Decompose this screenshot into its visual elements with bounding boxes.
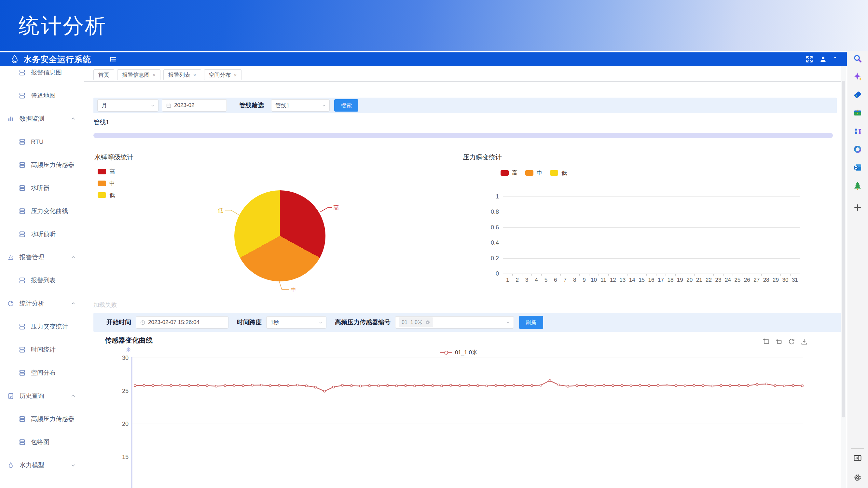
- x-tick-label: 24: [723, 277, 733, 283]
- legend-item[interactable]: 高: [501, 169, 518, 177]
- x-tick-label: 2: [512, 277, 522, 283]
- microsoft-365-icon[interactable]: [853, 144, 863, 154]
- sidebar-item[interactable]: 时间统计: [0, 338, 84, 361]
- sidebar-item[interactable]: 数据监测: [0, 107, 84, 130]
- tab-close-icon[interactable]: ×: [193, 72, 196, 78]
- legend-swatch: [501, 170, 509, 176]
- start-time-input[interactable]: 2023-02-07 15:26:04: [136, 316, 228, 329]
- start-time-label: 开始时间: [106, 318, 131, 327]
- tab-close-icon[interactable]: ×: [153, 72, 156, 78]
- sidebar-item-label: 高频压力传感器: [31, 161, 74, 169]
- sidebar-item[interactable]: 报警管理: [0, 246, 84, 269]
- menu-card-icon: [19, 138, 26, 145]
- svg-text:20: 20: [122, 421, 129, 427]
- sidebar-item[interactable]: 水听器: [0, 176, 84, 199]
- download-icon[interactable]: [800, 338, 808, 346]
- sidebar-item[interactable]: 水听侦听: [0, 223, 84, 246]
- sidebar-item[interactable]: 高频压力传感器: [0, 153, 84, 176]
- chevron-down-icon: [70, 462, 76, 468]
- sidebar-item[interactable]: 水力模型: [0, 454, 84, 477]
- sensor-line-chart[interactable]: 3025201510: [111, 355, 807, 488]
- sensor-tag-label: 01_1 0米: [402, 319, 423, 326]
- sidebar-item[interactable]: 高频压力传感器: [0, 407, 84, 430]
- sensor-filter-bar: 开始时间 2023-02-07 15:26:04 时间跨度 1秒 高频压力传感器…: [93, 313, 846, 332]
- chevron-down-icon: [321, 103, 327, 108]
- legend-swatch: [550, 170, 558, 176]
- search-icon[interactable]: [853, 54, 863, 63]
- sidebar-item[interactable]: 统计分析: [0, 292, 84, 315]
- sidebar-item[interactable]: 报警信息图: [0, 66, 84, 84]
- sidebar-item-label: 历史查询: [20, 392, 44, 400]
- tab-close-icon[interactable]: ×: [234, 72, 237, 78]
- sidebar-item-label: 报警列表: [31, 276, 56, 285]
- shopping-tag-icon[interactable]: [853, 90, 863, 100]
- legend-item[interactable]: 中: [98, 180, 115, 187]
- add-plus-icon[interactable]: [853, 203, 863, 213]
- zoom-restore-icon[interactable]: [775, 338, 783, 346]
- collapse-panel-icon[interactable]: [853, 453, 863, 463]
- x-tick-label: 31: [790, 277, 800, 283]
- area-zoom-icon[interactable]: [762, 338, 770, 346]
- legend-label: 低: [561, 169, 567, 177]
- sensor-id-multiselect[interactable]: 01_1 0米: [395, 316, 514, 329]
- search-button[interactable]: 搜索: [334, 99, 358, 111]
- page-tab[interactable]: 首页: [93, 69, 114, 80]
- page-tab[interactable]: 空间分布 ×: [204, 69, 242, 80]
- x-tick-label: 10: [589, 277, 598, 283]
- settings-gear-icon[interactable]: [853, 473, 863, 483]
- page-tab[interactable]: 报警列表 ×: [163, 69, 201, 80]
- sidebar-item[interactable]: 报警列表: [0, 269, 84, 292]
- user-menu-caret-icon[interactable]: [833, 55, 838, 63]
- games-icon[interactable]: [853, 126, 863, 136]
- refresh-button[interactable]: 刷新: [519, 316, 543, 329]
- period-select[interactable]: 月: [97, 99, 158, 111]
- legend-item[interactable]: 中: [525, 169, 542, 177]
- scrollbar-thumb[interactable]: [842, 81, 845, 417]
- water-hammer-pie-chart[interactable]: [234, 190, 326, 282]
- sidebar-item[interactable]: 空间分布: [0, 361, 84, 384]
- svg-text:低: 低: [218, 207, 223, 214]
- sidebar-item[interactable]: RTU: [0, 130, 84, 153]
- chart-toolbar: [762, 338, 808, 346]
- sidebar-item[interactable]: 压力突变统计: [0, 315, 84, 338]
- menu-collapse-icon[interactable]: [109, 55, 117, 63]
- y-tick-label: 0.6: [479, 224, 499, 231]
- pipeline-select[interactable]: 管线1: [271, 99, 330, 111]
- chart-gridlines: [132, 358, 803, 457]
- outlook-icon[interactable]: [853, 163, 863, 172]
- legend-item[interactable]: 高: [98, 168, 115, 175]
- time-span-select[interactable]: 1秒: [266, 316, 327, 329]
- transient-chart-grid[interactable]: 1 0.8 0.6 0.4 0.2 0: [503, 196, 800, 273]
- page-tab[interactable]: 报警信息图 ×: [117, 69, 160, 80]
- menu-card-icon: [19, 369, 26, 377]
- sidebar-item[interactable]: 历史查询: [0, 384, 84, 407]
- sidebar-item-label: 高频压力传感器: [31, 415, 74, 423]
- legend-item[interactable]: 低: [98, 191, 115, 199]
- gridline: [503, 227, 800, 228]
- toolbox-icon[interactable]: [853, 108, 863, 118]
- tag-remove-icon[interactable]: [425, 320, 430, 325]
- copilot-sparkle-icon[interactable]: [853, 72, 863, 82]
- sidebar-item[interactable]: 管道地图: [0, 84, 84, 107]
- y-tick-label: 0.4: [479, 239, 499, 246]
- legend-label: 中: [110, 180, 115, 187]
- x-tick-label: 22: [704, 277, 713, 283]
- y-axis-unit: 米: [126, 347, 131, 353]
- main-content: 首页 报警信息图 × 报警列表 × 空间分布 × 月: [84, 66, 841, 488]
- sidebar-item-label: 包络图: [31, 438, 50, 446]
- user-avatar-icon[interactable]: [819, 55, 827, 63]
- fullscreen-icon[interactable]: [805, 55, 814, 63]
- legend-item[interactable]: 低: [550, 169, 567, 177]
- transient-chart-title: 压力瞬变统计: [463, 153, 502, 162]
- tab-label: 报警列表: [168, 71, 190, 79]
- month-picker-input[interactable]: 2023-02: [162, 99, 227, 111]
- msn-tree-icon[interactable]: [853, 181, 863, 191]
- y-tick-label: 0.2: [479, 255, 499, 262]
- sidebar-item[interactable]: 压力变化曲线: [0, 199, 84, 223]
- data-point-markers: [134, 380, 803, 392]
- x-tick-label: 4: [531, 277, 541, 283]
- x-tick-label: 30: [780, 277, 790, 283]
- sidebar-item[interactable]: 包络图: [0, 430, 84, 454]
- restore-icon[interactable]: [787, 338, 796, 346]
- x-tick-label: 19: [675, 277, 685, 283]
